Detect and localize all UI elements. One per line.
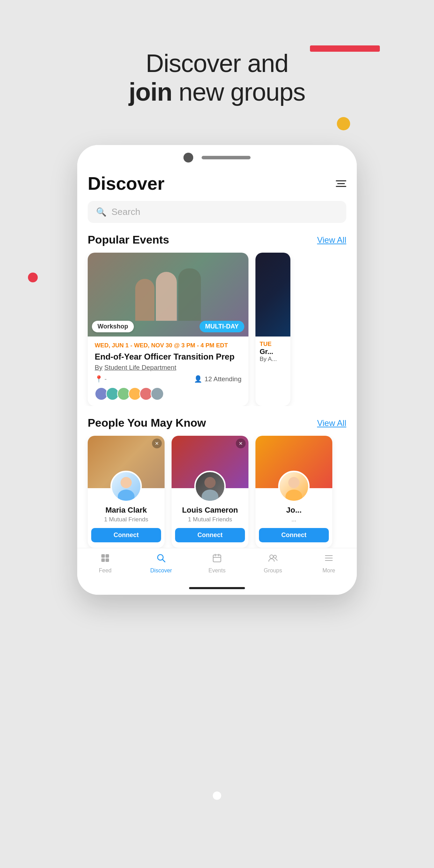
hero-rest: new groups [172,78,305,106]
connect-third-button[interactable]: Connect [259,528,329,542]
person-3 [178,268,201,321]
search-icon: 🔍 [96,207,107,217]
popular-events-title: Popular Events [88,233,169,246]
person-avatar-third [278,471,310,502]
person-avatar-louis [194,471,226,502]
popular-events-view-all[interactable]: View All [317,235,346,245]
person-card-bg-maria: ✕ [88,436,165,488]
nav-label-feed: Feed [99,567,111,574]
phone-home-indicator [77,581,357,595]
person-card-third[interactable]: Jo... ... Connect [255,436,332,548]
decorative-white-dot-bottom [213,791,221,800]
decorative-red-dot [28,273,38,282]
location-text: - [104,375,107,383]
nav-item-discover[interactable]: Discover [133,553,189,574]
person-avatar-maria [110,471,142,502]
discover-icon [156,553,166,565]
svg-point-2 [204,477,216,488]
svg-line-11 [162,559,165,562]
connect-louis-button[interactable]: Connect [175,528,245,542]
svg-point-0 [121,477,132,488]
pin-icon: 📍 [95,375,103,383]
filter-line-2 [337,183,345,184]
nav-item-feed[interactable]: Feed [77,553,133,574]
hero-line2: join new groups [0,78,434,106]
event-organizer[interactable]: Student Life Department [104,364,176,371]
events-icon [212,553,222,565]
people-section: People You May Know View All [77,417,357,548]
filter-line-1 [336,180,346,181]
event-card-2-partial[interactable]: TUE Gr... By A... [255,253,290,406]
svg-rect-12 [213,555,221,562]
people-section-title: People You May Know [88,417,206,429]
attendee-avatars [95,387,241,400]
person-2 [156,272,177,321]
svg-point-5 [285,490,302,501]
nav-label-events: Events [209,567,226,574]
event-2-by: By A... [260,356,286,363]
avatar-figure-maria [112,472,140,501]
event-card-2-image [255,253,290,337]
nav-item-events[interactable]: Events [189,553,245,574]
badge-multiday: MULTI-DAY [200,321,244,332]
search-bar[interactable]: 🔍 Search [88,201,346,223]
event-card-1[interactable]: Workshop MULTI-DAY WED, JUN 1 - WED, NOV… [88,253,248,406]
badge-workshop: Workshop [92,321,134,332]
avatar-figure-louis [196,472,224,501]
home-bar [189,587,245,589]
events-scroll-container[interactable]: Workshop MULTI-DAY WED, JUN 1 - WED, NOV… [77,253,357,406]
people-scroll-container[interactable]: ✕ Maria Clark 1 Mutual Friends Connect [77,436,357,548]
nav-label-more: More [323,567,335,574]
svg-rect-9 [106,558,109,562]
avatar-figure-third [280,472,308,501]
nav-item-more[interactable]: More [301,553,357,574]
person-mutual-maria: 1 Mutual Friends [91,516,161,523]
event-name-1: End-of-Year Officer Transition Prep [95,352,241,362]
svg-rect-8 [101,558,105,562]
person-icon: 👤 [194,375,202,383]
search-placeholder-text: Search [111,207,140,217]
person-name-third: Jo... [259,506,329,515]
svg-rect-7 [106,554,109,558]
svg-point-1 [118,490,135,501]
event-badges: Workshop MULTI-DAY [92,321,244,332]
close-maria-button[interactable]: ✕ [152,439,162,448]
person-card-bg-third [255,436,332,488]
event-attending-1: 👤 12 Attending [194,375,241,383]
svg-point-4 [288,477,299,488]
app-content: Discover 🔍 Search Popular Events View Al… [77,166,357,406]
app-header: Discover [88,173,346,194]
event-2-date: TUE [260,341,286,348]
filter-button[interactable] [336,180,346,187]
event-date-1: WED, JUN 1 - WED, NOV 30 @ 3 PM - 4 PM E… [95,342,241,349]
svg-rect-6 [101,554,105,558]
phone-mockup: Discover 🔍 Search Popular Events View Al… [77,145,357,595]
connect-maria-button[interactable]: Connect [91,528,161,542]
hero-line1: Discover and [0,49,434,78]
event-by-1: By Student Life Department [95,364,241,371]
person-avatar-wrap-louis [194,471,226,502]
more-icon [324,553,334,565]
svg-point-3 [202,490,218,501]
people-group [135,268,201,321]
event-card-2-body: TUE Gr... By A... [255,337,290,367]
nav-item-groups[interactable]: Groups [245,553,301,574]
phone-notch [202,156,251,159]
svg-point-16 [270,555,273,558]
people-view-all[interactable]: View All [317,418,346,428]
person-avatar-wrap-maria [110,471,142,502]
bottom-navigation: Feed Discover Events [77,548,357,581]
attending-count: 12 Attending [204,375,241,383]
phone-camera [183,153,193,162]
hero-section: Discover and join new groups [0,49,434,106]
page-title: Discover [88,173,165,194]
event-card-body-1: WED, JUN 1 - WED, NOV 30 @ 3 PM - 4 PM E… [88,337,248,406]
person-card-maria[interactable]: ✕ Maria Clark 1 Mutual Friends Connect [88,436,165,548]
close-louis-button[interactable]: ✕ [236,439,246,448]
svg-point-17 [274,555,276,558]
person-card-louis[interactable]: ✕ Louis Cameron 1 Mutual Friends Connect [172,436,248,548]
person-mutual-louis: 1 Mutual Friends [175,516,245,523]
person-name-maria: Maria Clark [91,506,161,515]
person-card-bg-louis: ✕ [172,436,248,488]
decorative-yellow-dot [337,117,350,130]
